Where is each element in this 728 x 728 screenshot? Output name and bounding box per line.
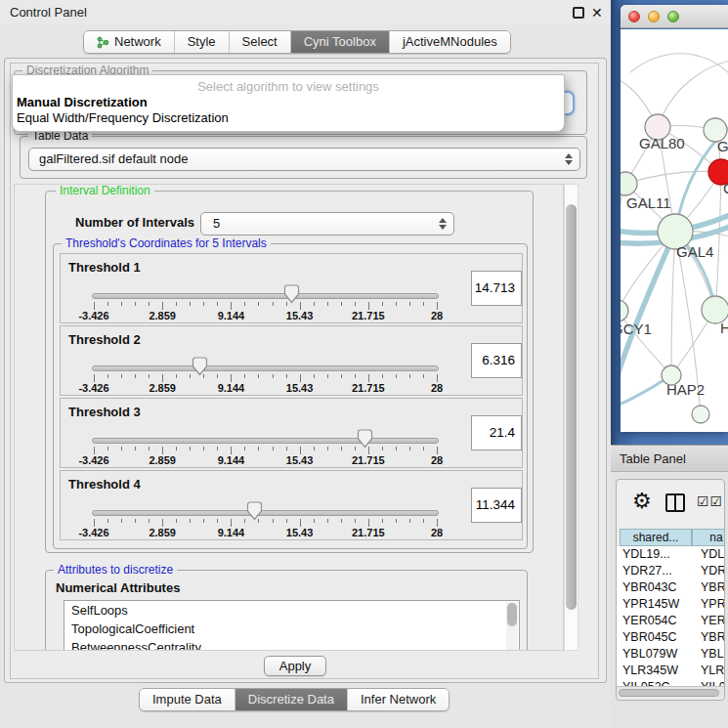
cell-name: YPR1 bbox=[701, 596, 725, 613]
slider-scale-label: -3.426 bbox=[78, 382, 108, 394]
table-row[interactable]: YBL079WYBL0 bbox=[617, 646, 725, 663]
slider-scale-labels: -3.4262.8599.14415.4321.71528 bbox=[94, 310, 437, 321]
tab-impute-data[interactable]: Impute Data bbox=[140, 689, 236, 710]
close-traffic-light-icon[interactable] bbox=[628, 11, 640, 22]
cell-name: YBL0 bbox=[701, 646, 725, 663]
network-node-label: GAL4 bbox=[676, 243, 713, 260]
interval-definition-group-title: Interval Definition bbox=[56, 184, 154, 197]
network-node-label: HAP2 bbox=[666, 381, 705, 398]
table-row[interactable]: YIL052CYIL0 bbox=[617, 679, 725, 686]
tab-cyni-toolbox[interactable]: Cyni Toolbox bbox=[291, 31, 390, 53]
network-edge[interactable] bbox=[621, 184, 625, 311]
float-window-icon[interactable] bbox=[573, 7, 584, 19]
tab-infer-network[interactable]: Infer Network bbox=[348, 689, 449, 710]
table-row[interactable]: YDL19...YDL1 bbox=[617, 546, 725, 563]
threshold-2-slider-track[interactable] bbox=[92, 365, 439, 371]
tab-discretize-data[interactable]: Discretize Data bbox=[236, 689, 348, 710]
cell-shared-name: YLR345W bbox=[622, 663, 678, 679]
tab-jactivemnodules[interactable]: jActiveMNodules bbox=[390, 31, 510, 53]
network-edge[interactable] bbox=[671, 232, 675, 375]
algorithm-option-manual[interactable]: Manual Discretization bbox=[13, 94, 564, 109]
threshold-1-slider-track[interactable] bbox=[92, 293, 439, 299]
algorithm-option-equal-width[interactable]: Equal Width/Frequency Discretization bbox=[13, 109, 564, 125]
threshold-3-slider-thumb[interactable] bbox=[357, 429, 373, 449]
cell-name: YBR0 bbox=[701, 629, 725, 646]
table-row[interactable]: YBR043CYBR0 bbox=[617, 579, 725, 596]
attributes-group: Attributes to discretize Numerical Attri… bbox=[45, 570, 528, 651]
gear-icon[interactable]: ⚙ bbox=[632, 490, 652, 513]
cell-shared-name: YPR145W bbox=[622, 596, 679, 613]
split-columns-icon[interactable] bbox=[665, 493, 685, 512]
list-item-selfloops[interactable]: SelfLoops bbox=[64, 601, 519, 620]
scrollbar-thumb[interactable] bbox=[507, 603, 517, 626]
slider-scale-label: 2.859 bbox=[149, 527, 176, 538]
cell-shared-name: YBL079W bbox=[622, 646, 677, 663]
apply-button[interactable]: Apply bbox=[264, 656, 326, 676]
network-edge[interactable] bbox=[658, 61, 728, 127]
scrollbar-thumb[interactable] bbox=[566, 204, 577, 610]
zoom-traffic-light-icon[interactable] bbox=[667, 11, 679, 22]
close-icon[interactable]: ✕ bbox=[591, 4, 603, 21]
network-node-gal11[interactable] bbox=[621, 172, 637, 195]
numerical-attributes-list[interactable]: SelfLoops TopologicalCoefficient Between… bbox=[64, 600, 520, 651]
threshold-2-slider-thumb[interactable] bbox=[192, 357, 208, 376]
list-item-topologicalcoefficient[interactable]: TopologicalCoefficient bbox=[64, 620, 519, 638]
scrollbar-thumb[interactable] bbox=[619, 689, 719, 697]
cell-shared-name: YBR043C bbox=[622, 579, 677, 596]
column-header-shared-name[interactable]: shared... bbox=[620, 529, 692, 546]
network-view-window: GAL80GACGAL11GAL4GCY1HHAP2 bbox=[621, 5, 728, 432]
threshold-2-value-field[interactable]: 6.316 bbox=[471, 343, 522, 378]
network-node-gcy1[interactable] bbox=[621, 300, 628, 321]
tab-network[interactable]: Network bbox=[84, 31, 175, 53]
threshold-3-slider-track[interactable] bbox=[92, 438, 439, 444]
threshold-4-slider-track[interactable] bbox=[92, 510, 439, 516]
tab-style-label: Style bbox=[188, 31, 216, 53]
cell-name: YBR0 bbox=[701, 579, 725, 596]
threshold-2-label: Threshold 2 bbox=[68, 332, 141, 347]
threshold-1-label: Threshold 1 bbox=[68, 260, 141, 275]
table-data-combobox[interactable]: galFiltered.sif default node bbox=[28, 148, 580, 171]
control-panel-title: Control Panel bbox=[10, 0, 87, 25]
checkbox-columns-icon[interactable]: ☑☑ bbox=[697, 493, 723, 509]
threshold-4-value-field[interactable]: 11.344 bbox=[471, 488, 522, 523]
slider-scale-label: 15.43 bbox=[286, 454, 314, 466]
table-row[interactable]: YPR145WYPR1 bbox=[617, 596, 725, 613]
network-edge[interactable] bbox=[630, 54, 728, 74]
slider-scale-label: 21.715 bbox=[352, 310, 385, 321]
network-window-titlebar bbox=[621, 5, 728, 28]
column-header-name[interactable]: na bbox=[692, 529, 725, 546]
settings-scrollpane: Interval Definition Number of Intervals … bbox=[14, 184, 564, 651]
threshold-row-3: Threshold 3 -3.4262.8599.14415.4321.7152… bbox=[60, 398, 523, 468]
threshold-3-value-field[interactable]: 21.4 bbox=[471, 415, 522, 450]
threshold-4-slider-thumb[interactable] bbox=[246, 501, 263, 521]
network-edge[interactable] bbox=[625, 171, 721, 184]
network-node-unlabeled[interactable] bbox=[692, 406, 709, 423]
threshold-1-slider-thumb[interactable] bbox=[283, 284, 300, 304]
algorithm-dropdown-popup: Select algorithm to view settings Manual… bbox=[12, 74, 565, 132]
tab-impute-data-label: Impute Data bbox=[152, 689, 222, 710]
thresholds-group: Threshold's Coordinates for 5 Intervals … bbox=[53, 243, 528, 549]
cell-name: YIL0 bbox=[701, 679, 725, 686]
table-row[interactable]: YLR345WYLR3 bbox=[617, 663, 725, 679]
table-row[interactable]: YDR27...YDR2 bbox=[617, 563, 725, 579]
attributes-list-scrollbar[interactable] bbox=[506, 602, 518, 651]
minimize-traffic-light-icon[interactable] bbox=[648, 11, 660, 22]
tab-select[interactable]: Select bbox=[230, 31, 291, 53]
slider-scale-label: 21.715 bbox=[352, 527, 385, 538]
table-row[interactable]: YBR045CYBR0 bbox=[617, 629, 725, 646]
table-row[interactable]: YER054CYER0 bbox=[617, 613, 725, 629]
network-edge[interactable] bbox=[715, 172, 721, 310]
combo-arrows-icon bbox=[565, 152, 573, 166]
number-of-intervals-combobox[interactable]: 5 bbox=[200, 212, 454, 236]
control-panel-tabs: Network Style Select Cyni Toolbox jActiv… bbox=[83, 30, 511, 54]
settings-vertical-scrollbar[interactable] bbox=[564, 184, 578, 651]
right-pane: GAL80GACGAL11GAL4GCY1HHAP2 Table Panel ⚙… bbox=[611, 0, 728, 728]
cell-shared-name: YIL052C bbox=[622, 679, 670, 686]
tab-style[interactable]: Style bbox=[175, 31, 230, 53]
network-icon bbox=[97, 36, 109, 49]
threshold-1-value-field[interactable]: 14.713 bbox=[471, 271, 522, 306]
network-canvas[interactable]: GAL80GACGAL11GAL4GCY1HHAP2 bbox=[621, 29, 728, 432]
slider-ticks bbox=[94, 447, 437, 454]
list-item-betweennesscentrality[interactable]: BetweennessCentrality bbox=[64, 638, 519, 651]
table-horizontal-scrollbar[interactable] bbox=[617, 686, 724, 698]
